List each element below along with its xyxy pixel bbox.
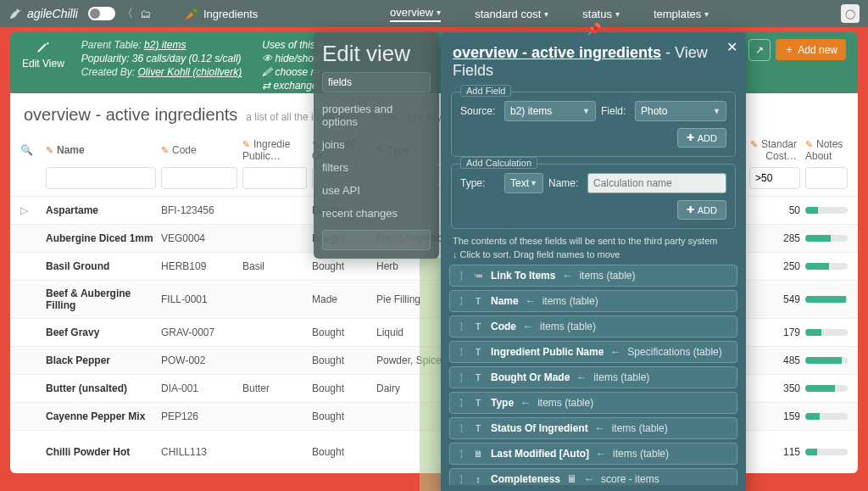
field-type-icon: T [472,372,484,382]
dark-mode-toggle[interactable] [88,7,115,20]
sort-handle-icon[interactable]: ↑↓ [457,348,465,356]
field-list-item[interactable]: ↑↓TBought Or Made←items (table) [449,366,737,388]
cell-progress [805,235,848,242]
nav-overview[interactable]: overview▾ [390,6,441,22]
pencil-icon: ✎ [46,145,53,155]
field-type-icon: 🗎 [472,449,484,459]
filter-notes[interactable] [805,167,848,189]
edit-view-opt-properties[interactable]: properties and options [322,98,431,133]
edit-view-button[interactable]: Edit View [22,39,64,86]
cell-progress [805,263,848,270]
filter-name[interactable] [46,167,156,189]
field-name: Name [491,295,519,307]
briefcase-icon[interactable]: 🗂 [140,8,151,20]
cell-bom: Bought [312,410,371,422]
nav-standard-cost[interactable]: standard cost▾ [475,6,548,22]
chevron-down-icon: ▼ [582,107,590,115]
field-type-icon: T [472,321,484,332]
field-list-item[interactable]: ↑↓≔Link To Items←items (table) [449,265,737,287]
calc-type-select[interactable]: Text▼ [504,173,543,193]
export-icon[interactable]: ↗ [748,39,771,61]
cell-code: FILL-0001 [161,293,237,305]
cell-name: Black Pepper [46,354,156,366]
arrow-left-icon: ← [520,397,531,409]
field-select[interactable]: Photo▼ [635,101,726,121]
field-type-icon: T [472,296,484,306]
edit-view-opt-filters[interactable]: filters [322,156,431,179]
expand-icon[interactable]: ▷ [20,204,41,216]
sort-handle-icon[interactable]: ↑↓ [457,271,465,280]
add-field-button[interactable]: ✚ADD [677,128,726,148]
view-title: overview - active ingredients [24,105,237,125]
field-list-item[interactable]: ↑↓TIngredient Public Name←Specifications… [449,341,737,363]
sort-handle-icon[interactable]: ↑↓ [457,322,465,331]
chevron-down-icon: ▾ [704,9,709,19]
filter-std-cost[interactable] [749,167,800,189]
cell-progress [805,329,848,336]
field-list-item[interactable]: ↑↓↕Completeness🖩←score - items [449,468,737,485]
field-list: ↑↓≔Link To Items←items (table)↑↓TName←it… [449,265,737,485]
nav-status[interactable]: status▾ [582,6,620,22]
cell-progress [805,357,848,364]
cell-progress [805,449,848,455]
search-icon[interactable]: 🔍 [20,144,41,156]
panel-hint-1: The contents of these fields will be sen… [453,236,734,246]
cell-bom: Made [312,293,371,305]
field-type-icon: ≔ [472,271,484,282]
add-calculation-button[interactable]: ✚ADD [677,200,726,220]
add-field-badge: Add Field [460,85,511,97]
edit-view-opt-recent[interactable]: recent changes [322,202,431,225]
cell-std-cost: 485 [749,354,800,366]
sort-handle-icon[interactable]: ↑↓ [457,399,465,407]
sort-handle-icon[interactable]: ↑↓ [457,373,465,382]
sort-handle-icon[interactable]: ↑↓ [457,475,465,483]
field-type-icon: ↕ [472,474,484,484]
edit-view-search[interactable] [322,72,431,92]
cell-std-cost: 285 [749,232,800,244]
cell-name: Beef & Aubergine Filling [46,287,156,311]
sort-handle-icon[interactable]: ↑↓ [457,297,465,305]
field-name: Code [491,321,516,332]
sort-handle-icon[interactable]: ↑↓ [457,424,465,432]
brand-text: agileChilli [27,7,78,20]
add-calculation-badge: Add Calculation [460,157,537,169]
cell-name: Beef Gravy [46,326,156,338]
edit-view-opt-joins[interactable]: joins [322,133,431,156]
close-icon[interactable]: ✕ [726,39,737,55]
filter-ipn[interactable] [242,167,307,189]
field-source: score - items [601,473,659,485]
field-list-item[interactable]: ↑↓TType←items (table) [449,392,737,414]
calc-name-input[interactable] [587,173,726,193]
created-by-link[interactable]: Oliver Kohll (chiollverk) [138,66,242,78]
edit-view-opt-api[interactable]: use API [322,179,431,202]
brand-logo[interactable]: agileChilli [8,6,78,21]
history-back-icon[interactable]: 〈 [122,6,133,21]
cell-ipn: Basil [242,260,307,272]
cell-code: DIA-001 [161,382,237,394]
panel-title-link[interactable]: overview - active ingredients [453,44,661,61]
source-select[interactable]: b2) items▼ [504,101,596,121]
field-list-item[interactable]: ↑↓TStatus Of Ingredient←items (table) [449,417,737,439]
cell-std-cost: 549 [749,293,800,305]
sort-handle-icon[interactable]: ↑↓ [457,449,465,458]
field-list-item[interactable]: ↑↓TName←items (table) [449,290,737,312]
field-list-item[interactable]: ↑↓TCode←items (table) [449,315,737,338]
panel-title: overview - active ingredients - View Fie… [453,44,734,80]
nav-templates[interactable]: templates▾ [654,6,709,22]
view-fields-panel: 📌 ✕ overview - active ingredients - View… [441,32,746,491]
add-calculation-section: Add Calculation Type: Text▼ Name: ✚ADD [451,164,736,229]
edit-view-tag-input[interactable] [322,230,431,250]
user-avatar[interactable]: ◯ [841,4,860,23]
filter-code[interactable] [161,167,237,189]
add-new-button[interactable]: ＋Add new [776,39,846,60]
module-ingredients[interactable]: 🥕 Ingredients [185,8,258,20]
pencil-icon: ✎ [161,145,169,155]
field-type-icon: T [472,398,484,408]
cell-code: CHILL113 [161,446,237,458]
plus-icon: ✚ [687,132,694,143]
add-field-section: Add Field Source: b2) items▼ Field: Phot… [451,92,736,157]
parent-table-link[interactable]: b2) items [144,39,186,51]
field-name: Ingredient Public Name [491,346,604,358]
pin-icon[interactable]: 📌 [587,22,601,36]
field-list-item[interactable]: ↑↓🗎Last Modified [Auto]←items (table) [449,443,737,465]
